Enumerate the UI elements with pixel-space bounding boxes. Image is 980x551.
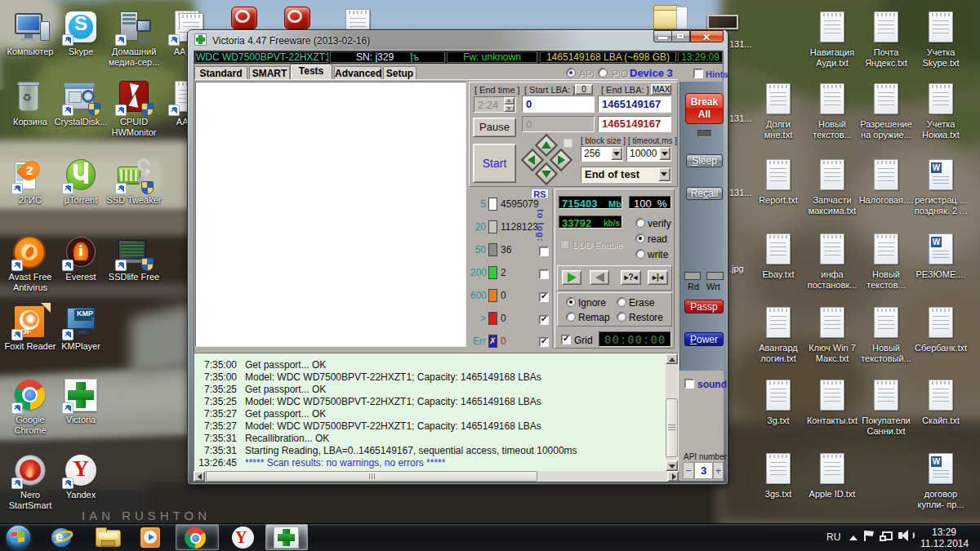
svg-text:IAN RUSHTON: IAN RUSHTON <box>82 509 211 522</box>
